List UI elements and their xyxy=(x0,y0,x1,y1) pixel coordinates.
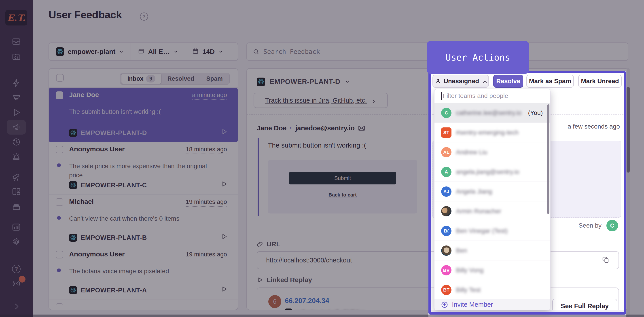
avatar-photo xyxy=(441,246,452,256)
avatar: AL xyxy=(441,147,452,158)
assignee-filter-input[interactable]: Filter teams and people xyxy=(434,89,550,103)
avatar: A xyxy=(441,167,452,177)
assignee-option[interactable]: Armin Ronacher xyxy=(434,202,550,221)
assignee-label: Billy Test xyxy=(456,286,480,294)
avatar: BT xyxy=(441,285,452,295)
dim-overlay xyxy=(0,71,428,317)
resolve-button[interactable]: Resolve xyxy=(493,75,523,88)
detail-timestamp[interactable]: a few seconds ago xyxy=(568,123,620,131)
assignee-option[interactable]: BV Billy Vong xyxy=(434,260,550,280)
dim-overlay xyxy=(626,71,644,317)
assignee-option[interactable]: ST #sentry-emerging-tech xyxy=(434,123,550,142)
assignee-label: angela.jiang@sentry.io xyxy=(456,168,519,176)
person-icon xyxy=(435,78,441,84)
assignee-label: #sentry-emerging-tech xyxy=(456,129,518,136)
assignee-option[interactable]: AL Andrew Liu xyxy=(434,142,550,162)
avatar-photo xyxy=(441,206,452,216)
chevron-up-icon xyxy=(482,79,486,84)
avatar: ST xyxy=(441,128,452,138)
mark-as-spam-button[interactable]: Mark as Spam xyxy=(526,75,574,88)
assignee-filter-placeholder: Filter teams and people xyxy=(443,92,508,100)
see-full-replay-button[interactable]: See Full Replay xyxy=(552,299,617,310)
avatar: C xyxy=(441,108,452,118)
avatar: B( xyxy=(441,226,452,236)
assignee-label: catherine.lee@sentry.io xyxy=(456,109,522,116)
dim-overlay xyxy=(0,314,644,317)
copy-icon[interactable] xyxy=(602,256,610,264)
text-cursor xyxy=(441,92,442,100)
you-suffix: (You) xyxy=(528,109,543,116)
user-actions-callout: User Actions xyxy=(427,41,529,74)
assignee-option[interactable]: A angela.jiang@sentry.io xyxy=(434,162,550,182)
dim-overlay xyxy=(0,0,644,71)
assignee-label: Ben xyxy=(456,247,467,254)
assignee-option[interactable]: B( Ben Vinegar (Test) xyxy=(434,221,550,241)
seen-by-label: Seen by xyxy=(578,222,602,229)
seen-by-row: Seen by C xyxy=(578,220,618,232)
assignee-label: Ben Vinegar (Test) xyxy=(456,227,508,234)
mark-unread-button[interactable]: Mark Unread xyxy=(578,75,622,88)
avatar: BV xyxy=(441,265,452,276)
assignee-label: Armin Ronacher xyxy=(456,208,501,215)
assignee-dropdown: Filter teams and people C catherine.lee@… xyxy=(434,89,550,310)
assignee-option[interactable]: AJ Angela Jiang xyxy=(434,182,550,202)
assignee-label: Billy Vong xyxy=(456,267,484,274)
invite-member-button[interactable]: Invite Member xyxy=(434,299,550,310)
plus-circle-icon xyxy=(441,301,448,308)
assignee-label: Andrew Liu xyxy=(456,149,487,156)
assignee-option[interactable]: Ben xyxy=(434,241,550,260)
assignee-label: Angela Jiang xyxy=(456,188,492,195)
seen-by-avatar: C xyxy=(606,220,618,232)
avatar: AJ xyxy=(441,186,452,197)
assignee-option[interactable]: C catherine.lee@sentry.io (You) xyxy=(434,103,550,123)
assignee-option[interactable]: BT Billy Test xyxy=(434,280,550,300)
dropdown-scrollbar-thumb[interactable] xyxy=(547,104,550,214)
assignee-button[interactable]: Unassigned xyxy=(432,75,489,88)
